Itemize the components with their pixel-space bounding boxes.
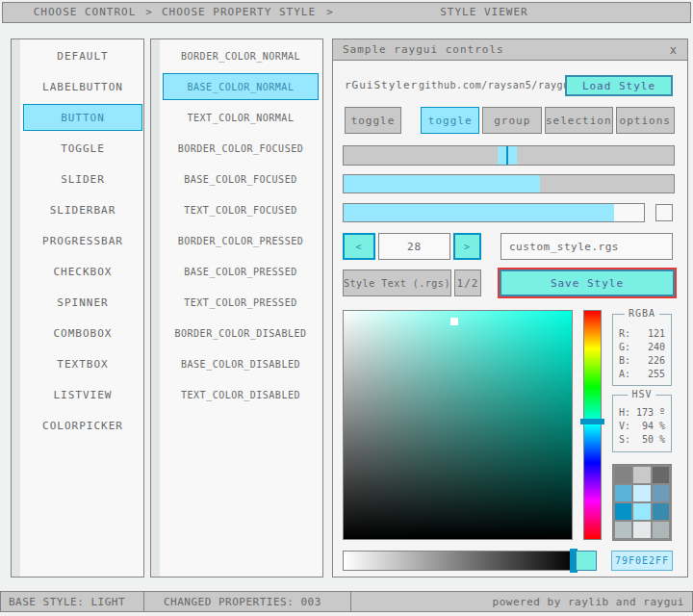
list-item-text-color-disabled[interactable]: TEXT_COLOR_DISABLED (163, 381, 319, 408)
list-item-combobox[interactable]: COMBOBOX (23, 320, 142, 346)
list-item-colorpicker[interactable]: COLORPICKER (23, 412, 142, 439)
repo-link[interactable]: github.com/raysan5/raygui (419, 75, 576, 96)
rgba-blue-row: B: 226 (619, 354, 665, 367)
list-item-border-color-normal[interactable]: BORDER_COLOR_NORMAL (163, 42, 319, 69)
rguistyler-app: CHOOSE CONTROL > CHOOSE PROPERTY STYLE >… (0, 0, 693, 616)
swatch-base-disabled[interactable] (633, 522, 650, 538)
list-item-text-color-normal[interactable]: TEXT_COLOR_NORMAL (163, 104, 319, 131)
swatch-base-pressed[interactable] (633, 503, 650, 520)
controls-list-scrollbar[interactable] (12, 39, 20, 577)
chevron-right-icon: > (143, 3, 155, 22)
sliderbar[interactable] (343, 174, 675, 193)
breadcrumb-choose-property-style: CHOOSE PROPERTY STYLE (157, 3, 321, 22)
list-item-border-color-disabled[interactable]: BORDER_COLOR_DISABLED (163, 320, 319, 346)
list-item-checkbox[interactable]: CHECKBOX (23, 258, 142, 285)
style-text-button[interactable]: Style Text (.rgs) (343, 270, 451, 296)
checkbox[interactable] (655, 204, 673, 221)
slider-handle[interactable] (498, 146, 517, 165)
list-item-border-color-pressed[interactable]: BORDER_COLOR_PRESSED (163, 227, 319, 254)
hsv-saturation-label: S: (619, 433, 630, 446)
style-color-swatch-grid (612, 464, 672, 541)
rgba-green-label: G: (619, 341, 630, 353)
swatch-text-normal[interactable] (653, 467, 669, 483)
hue-bar[interactable] (583, 310, 602, 540)
swatch-text-disabled[interactable] (653, 522, 669, 538)
list-item-default[interactable]: DEFAULT (23, 42, 142, 69)
list-item-sliderbar[interactable]: SLIDERBAR (23, 196, 142, 223)
hsv-groupbox: HSV H: 173 º V: 94 % S: 50 % (612, 395, 672, 452)
spinner-value[interactable]: 28 (378, 233, 450, 260)
toggle-group-item-group[interactable]: group (482, 107, 541, 134)
list-item-base-color-normal-selected[interactable]: BASE_COLOR_NORMAL (163, 73, 319, 100)
list-item-text-color-pressed[interactable]: TEXT_COLOR_PRESSED (163, 289, 319, 316)
save-style-button[interactable]: Save Style (500, 270, 675, 296)
toggle-group: toggle group selection options (421, 107, 675, 134)
toggle-group-item-options[interactable]: options (616, 107, 675, 134)
value-gradient-bar[interactable] (343, 551, 577, 571)
rgba-red-row: R: 121 (619, 327, 665, 340)
list-item-toggle[interactable]: TOGGLE (23, 135, 142, 162)
spinner-decrement-button[interactable]: < (343, 233, 375, 260)
list-item-border-color-focused[interactable]: BORDER_COLOR_FOCUSED (163, 135, 319, 162)
hsv-hue-value: 173 º (636, 406, 665, 419)
swatch-text-pressed[interactable] (653, 503, 669, 520)
hue-bar-handle[interactable] (580, 419, 604, 424)
slider[interactable] (343, 145, 675, 166)
swatch-border-normal[interactable] (615, 467, 631, 483)
toggle-row: toggle toggle group selection options (333, 107, 687, 134)
page-indicator-button[interactable]: 1/2 (454, 270, 481, 296)
list-item-listview[interactable]: LISTVIEW (23, 381, 142, 408)
list-item-base-color-pressed[interactable]: BASE_COLOR_PRESSED (163, 258, 319, 285)
close-icon[interactable]: x (670, 43, 678, 57)
hsv-groupbox-title: HSV (628, 389, 655, 399)
list-item-button-selected[interactable]: BUTTON (23, 104, 142, 131)
list-item-base-color-focused[interactable]: BASE_COLOR_FOCUSED (163, 166, 319, 192)
spinner-row: < 28 > custom_style.rgs (333, 233, 687, 260)
toggle-group-item-selection[interactable]: selection (545, 107, 613, 134)
status-changed-properties: CHANGED PROPERTIES: 003 (143, 591, 351, 612)
toggle-group-item-toggle-active[interactable]: toggle (421, 107, 479, 134)
rgba-green-row: G: 240 (619, 341, 665, 353)
list-item-base-color-disabled[interactable]: BASE_COLOR_DISABLED (163, 350, 319, 377)
toggle-button[interactable]: toggle (345, 107, 401, 134)
color-picker-area[interactable] (343, 310, 573, 540)
sliderbar-fill (344, 175, 540, 192)
style-actions-row: Style Text (.rgs) 1/2 Save Style (333, 270, 687, 296)
color-picker-selector[interactable] (450, 318, 458, 325)
load-style-button[interactable]: Load Style (565, 75, 673, 96)
filename-input[interactable]: custom_style.rgs (500, 233, 673, 260)
swatch-text-focused[interactable] (653, 485, 669, 501)
list-item-textbox[interactable]: TEXTBOX (23, 350, 142, 377)
properties-list-scrollbar[interactable] (151, 39, 160, 577)
rgba-red-label: R: (619, 327, 630, 340)
rgba-groupbox-title: RGBA (625, 308, 659, 319)
rgba-green-value: 240 (648, 341, 665, 353)
list-item-labelbutton[interactable]: LABELBUTTON (23, 73, 142, 100)
app-name-label: rGuiStyler (345, 75, 418, 96)
swatch-base-focused[interactable] (633, 485, 650, 501)
swatch-base-normal[interactable] (633, 467, 650, 483)
breadcrumb-bar: CHOOSE CONTROL > CHOOSE PROPERTY STYLE >… (2, 2, 691, 23)
list-item-slider[interactable]: SLIDER (23, 166, 142, 192)
status-base-style: BASE STYLE: LIGHT (0, 591, 144, 612)
list-item-progressbar[interactable]: PROGRESSBAR (23, 227, 142, 254)
progressbar-fill (344, 204, 614, 221)
rgba-blue-value: 226 (648, 354, 665, 367)
swatch-border-pressed[interactable] (615, 503, 631, 520)
window-titlebar[interactable]: Sample raygui controls x (333, 39, 687, 61)
rgba-alpha-value: 255 (648, 368, 665, 380)
sample-controls-window: Sample raygui controls x rGuiStyler gith… (332, 38, 688, 578)
list-item-text-color-focused[interactable]: TEXT_COLOR_FOCUSED (163, 196, 319, 223)
hsv-hue-label: H: (619, 406, 630, 419)
breadcrumb-choose-control: CHOOSE CONTROL (22, 3, 147, 22)
list-item-spinner[interactable]: SPINNER (23, 289, 142, 316)
breadcrumb-style-viewer: STYLE VIEWER (407, 3, 561, 22)
swatch-border-disabled[interactable] (615, 522, 631, 538)
rgba-alpha-row: A: 255 (619, 368, 665, 380)
spinner-increment-button[interactable]: > (453, 233, 481, 260)
chevron-right-icon: > (324, 3, 336, 22)
hsv-saturation-value: 50 % (642, 433, 665, 446)
hex-color-input[interactable]: 79F0E2FF (611, 551, 673, 571)
rgba-blue-label: B: (619, 354, 630, 367)
swatch-border-focused[interactable] (615, 485, 631, 501)
